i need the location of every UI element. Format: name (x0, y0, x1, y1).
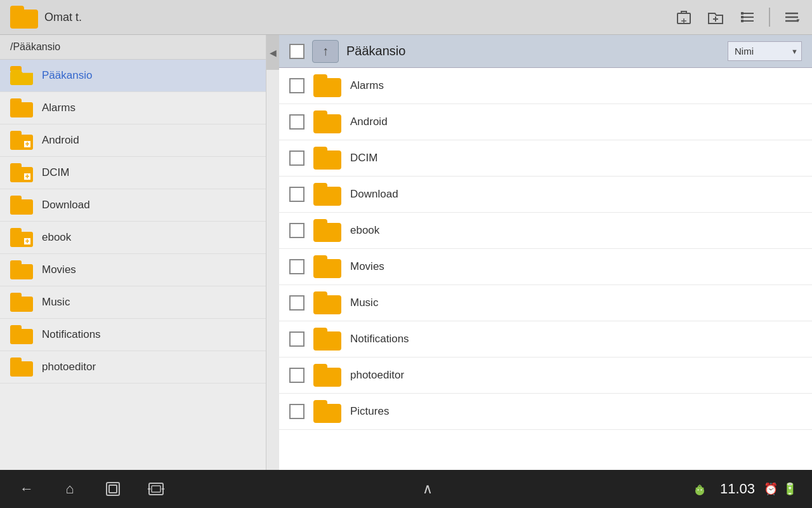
svg-point-23 (697, 490, 698, 491)
folder-icon (313, 400, 341, 423)
folder-icon (313, 328, 341, 351)
svg-text:▼: ▼ (796, 18, 801, 23)
folder-icon: + (10, 228, 33, 247)
sort-dropdown[interactable]: Nimi Koko Päivämäärä (728, 41, 802, 61)
content-area: ↑ Pääkansio Nimi Koko Päivämäärä AlarmsA… (279, 35, 812, 470)
sidebar-item-label: ebook (42, 231, 71, 244)
folder-icon (313, 291, 341, 314)
app-icon (10, 6, 38, 29)
divider (769, 8, 770, 27)
folder-icon: + (10, 131, 33, 150)
content-row[interactable]: Movies (279, 249, 812, 285)
breadcrumb: /Pääkansio (0, 35, 266, 60)
sidebar-item[interactable]: Notifications (0, 319, 266, 351)
row-label: Android (350, 116, 388, 128)
sidebar-item-label: Download (42, 199, 90, 211)
content-row[interactable]: Android (279, 104, 812, 140)
bottom-bar-center: ∧ (167, 481, 688, 497)
top-bar-right: ▼ (674, 7, 802, 27)
sidebar-item[interactable]: +ebook (0, 222, 266, 254)
row-checkbox[interactable] (289, 78, 304, 93)
sidebar-item[interactable]: +DCIM (0, 157, 266, 189)
content-list: AlarmsAndroidDCIMDownloadebookMoviesMusi… (279, 68, 812, 470)
svg-rect-16 (152, 486, 160, 492)
sidebar-item[interactable]: photoeditor (0, 351, 266, 384)
sidebar-item-label: Pääkansio (42, 69, 92, 82)
row-checkbox[interactable] (289, 114, 304, 130)
sidebar-item[interactable]: Movies (0, 254, 266, 286)
app-title: Omat t. (44, 11, 82, 24)
row-label: ebook (350, 224, 379, 237)
sidebar-list: PääkansioAlarms+Android+DCIMDownload+ebo… (0, 60, 266, 470)
content-row[interactable]: DCIM (279, 140, 812, 177)
svg-rect-6 (741, 12, 743, 15)
sidebar-item-label: Alarms (42, 102, 75, 114)
sidebar-item[interactable]: Pääkansio (0, 60, 266, 92)
folder-icon (313, 183, 341, 206)
folder-icon (313, 364, 341, 387)
row-label: Music (350, 297, 378, 309)
sidebar-item[interactable]: Download (0, 189, 266, 222)
android-icon (688, 478, 711, 500)
row-checkbox[interactable] (289, 368, 304, 383)
row-checkbox[interactable] (289, 150, 304, 166)
list-view-icon[interactable] (737, 7, 757, 27)
up-button[interactable]: ↑ (312, 40, 339, 63)
recent-apps-button[interactable] (102, 478, 124, 500)
content-folder-title: Pääkansio (346, 44, 720, 58)
content-row[interactable]: Music (279, 285, 812, 321)
sidebar-item[interactable]: +Android (0, 124, 266, 157)
content-row[interactable]: Notifications (279, 321, 812, 358)
content-header: ↑ Pääkansio Nimi Koko Päivämäärä (279, 35, 812, 68)
row-checkbox[interactable] (289, 187, 304, 202)
svg-rect-14 (109, 485, 117, 493)
scroll-up-button[interactable]: ∧ (422, 481, 433, 497)
folder-icon (313, 110, 341, 133)
new-folder-icon[interactable] (705, 7, 726, 27)
content-row[interactable]: photoeditor (279, 358, 812, 394)
row-label: Pictures (350, 405, 389, 418)
folder-icon (10, 66, 33, 85)
row-checkbox[interactable] (289, 223, 304, 238)
screenshot-button[interactable] (145, 478, 167, 500)
folder-icon (10, 293, 33, 312)
folder-icon (10, 358, 33, 377)
row-checkbox[interactable] (289, 404, 304, 419)
folder-icon (313, 74, 341, 97)
sidebar-item-label: Android (42, 134, 79, 147)
folder-icon (10, 196, 33, 215)
alarm-icon: ⏰ (764, 482, 778, 496)
collapse-sidebar-button[interactable]: ◀ (266, 35, 279, 70)
content-row[interactable]: Download (279, 177, 812, 213)
sidebar-item-label: Notifications (42, 328, 101, 341)
row-label: photoeditor (350, 369, 404, 382)
content-row[interactable]: Pictures (279, 394, 812, 430)
sidebar: /Pääkansio PääkansioAlarms+Android+DCIMD… (0, 35, 266, 470)
row-checkbox[interactable] (289, 259, 304, 274)
select-all-checkbox[interactable] (289, 44, 304, 59)
folder-icon (10, 325, 33, 344)
home-toolbar-icon[interactable] (674, 7, 694, 27)
sidebar-item-label: Movies (42, 264, 76, 276)
top-bar-left: Omat t. (10, 6, 82, 29)
sort-dropdown-wrapper: Nimi Koko Päivämäärä (728, 41, 802, 61)
folder-icon (10, 260, 33, 279)
content-row[interactable]: Alarms (279, 68, 812, 104)
bottom-bar-left: ← ⌂ (15, 478, 167, 500)
home-button[interactable]: ⌂ (58, 478, 81, 500)
back-button[interactable]: ← (15, 478, 38, 500)
row-checkbox[interactable] (289, 295, 304, 311)
top-bar: Omat t. (0, 0, 812, 35)
sidebar-item[interactable]: Music (0, 286, 266, 319)
menu-icon[interactable]: ▼ (782, 7, 802, 27)
row-checkbox[interactable] (289, 331, 304, 347)
status-icons: ⏰ 🔋 (764, 482, 797, 496)
sidebar-item-label: photoeditor (42, 361, 96, 373)
sidebar-item[interactable]: Alarms (0, 92, 266, 124)
folder-icon (313, 255, 341, 278)
row-label: Download (350, 188, 398, 201)
row-label: Alarms (350, 79, 384, 92)
svg-point-24 (700, 490, 702, 491)
content-row[interactable]: ebook (279, 213, 812, 249)
folder-icon (313, 219, 341, 242)
